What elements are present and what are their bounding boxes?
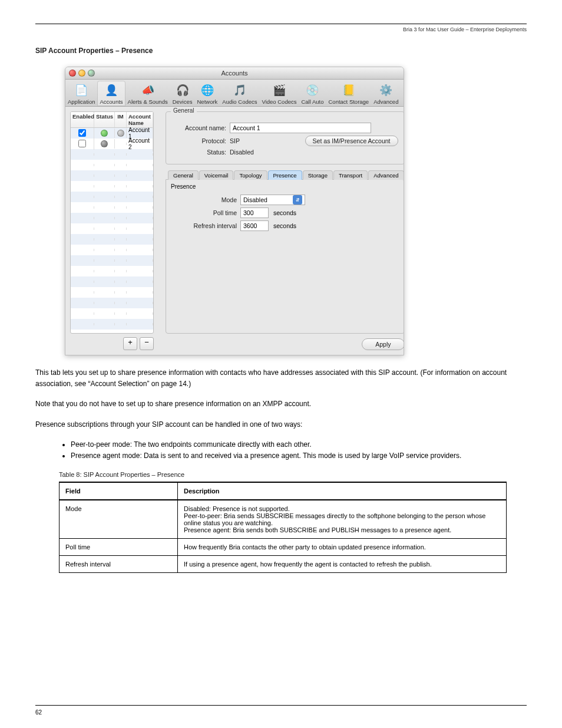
account-name-label: Account name: bbox=[172, 124, 230, 131]
table-row[interactable]: Account 2 bbox=[71, 139, 153, 149]
table-row[interactable] bbox=[71, 255, 153, 266]
chevron-updown-icon: ⇵ bbox=[293, 195, 302, 205]
tab-storage[interactable]: Storage bbox=[303, 170, 333, 180]
toolbar-label: Video Codecs bbox=[262, 98, 296, 105]
devices-icon: 🎧 bbox=[174, 82, 191, 98]
table-cell: Disabled: Presence is not supported. Pee… bbox=[178, 500, 507, 539]
mode-value: Disabled bbox=[243, 196, 267, 203]
advanced-icon: ⚙️ bbox=[378, 82, 394, 98]
table-cell: Poll time bbox=[59, 538, 178, 555]
table-header-field: Field bbox=[59, 482, 178, 500]
poll-time-input[interactable] bbox=[240, 207, 269, 218]
toolbar-alerts-sounds[interactable]: 📣Alerts & Sounds bbox=[125, 81, 170, 106]
tab-general[interactable]: General bbox=[168, 170, 199, 180]
toolbar-label: Call Auto bbox=[301, 98, 323, 105]
tab-topology[interactable]: Topology bbox=[234, 170, 267, 180]
remove-account-button[interactable]: − bbox=[140, 337, 154, 350]
table-row[interactable] bbox=[71, 192, 153, 202]
properties-table: Field Description Mode Disabled: Presenc… bbox=[59, 482, 507, 573]
mode-select[interactable]: Disabled ⇵ bbox=[240, 195, 305, 205]
tab-voicemail[interactable]: Voicemail bbox=[199, 170, 234, 180]
table-cell: Mode bbox=[59, 500, 178, 539]
table-row[interactable] bbox=[71, 181, 153, 192]
poll-time-unit: seconds bbox=[273, 209, 296, 216]
table-cell: Refresh interval bbox=[59, 555, 178, 572]
accounts-table[interactable]: Enabled Status IM Account Name Account 1… bbox=[70, 111, 154, 334]
toolbar-accounts[interactable]: 👤Accounts bbox=[97, 81, 125, 106]
toolbar-label: Advanced bbox=[373, 98, 398, 105]
toolbar-advanced[interactable]: ⚙️Advanced bbox=[371, 81, 401, 106]
table-row[interactable] bbox=[71, 266, 153, 276]
table-row[interactable] bbox=[71, 330, 153, 334]
toolbar-label: Network bbox=[197, 98, 217, 105]
toolbar-application[interactable]: 📄Application bbox=[65, 81, 97, 106]
status-value: Disabled bbox=[230, 149, 254, 156]
table-row[interactable] bbox=[71, 223, 153, 234]
toolbar-contact-storage[interactable]: 📒Contact Storage bbox=[326, 81, 372, 106]
application-icon: 📄 bbox=[73, 82, 90, 98]
table-header-description: Description bbox=[178, 482, 507, 500]
table-row[interactable] bbox=[71, 308, 153, 319]
account-subtabs: GeneralVoicemailTopologyPresenceStorageT… bbox=[166, 170, 404, 180]
toolbar-video-codecs[interactable]: 🎬Video Codecs bbox=[259, 81, 299, 106]
poll-time-label: Poll time bbox=[172, 209, 240, 216]
table-row[interactable] bbox=[71, 170, 153, 181]
col-enabled[interactable]: Enabled bbox=[71, 112, 94, 127]
table-row[interactable] bbox=[71, 213, 153, 223]
toolbar-call-auto[interactable]: 💿Call Auto bbox=[299, 81, 326, 106]
col-im[interactable]: IM bbox=[115, 112, 127, 127]
call-auto-icon: 💿 bbox=[304, 82, 320, 98]
toolbar-label: Devices bbox=[173, 98, 193, 105]
table-row[interactable] bbox=[71, 234, 153, 245]
window-titlebar: Accounts bbox=[65, 67, 404, 80]
refresh-interval-label: Refresh interval bbox=[172, 222, 240, 229]
table-row[interactable] bbox=[71, 276, 153, 287]
account-name-cell: Account 2 bbox=[127, 136, 153, 151]
im-icon bbox=[117, 130, 124, 137]
presence-panel: Presence Mode Disabled ⇵ Poll time secon… bbox=[166, 179, 404, 334]
accounts-icon: 👤 bbox=[103, 82, 120, 98]
table-row[interactable] bbox=[71, 319, 153, 330]
tab-presence[interactable]: Presence bbox=[268, 170, 302, 180]
table-cell: If using a presence agent, how frequentl… bbox=[178, 555, 507, 572]
status-icon bbox=[101, 140, 108, 147]
preferences-toolbar: 📄Application👤Accounts📣Alerts & Sounds🎧De… bbox=[65, 80, 404, 107]
toolbar-devices[interactable]: 🎧Devices bbox=[170, 81, 195, 106]
account-name-input[interactable] bbox=[230, 123, 371, 133]
list-item: Peer-to-peer mode: The two endpoints com… bbox=[71, 439, 527, 450]
refresh-interval-input[interactable] bbox=[240, 220, 269, 231]
refresh-interval-unit: seconds bbox=[273, 222, 296, 229]
apply-button[interactable]: Apply bbox=[362, 338, 404, 350]
mode-label: Mode bbox=[172, 196, 240, 203]
tab-advanced[interactable]: Advanced bbox=[368, 170, 404, 180]
body-paragraph-1: This tab lets you set up to share presen… bbox=[35, 367, 527, 389]
col-status[interactable]: Status bbox=[94, 112, 115, 127]
general-group: General Account name: Protocol: SIP Set … bbox=[166, 111, 404, 164]
toolbar-audio-codecs[interactable]: 🎵Audio Codecs bbox=[220, 81, 259, 106]
protocol-label: Protocol: bbox=[172, 137, 230, 144]
tab-transport[interactable]: Transport bbox=[333, 170, 368, 180]
toolbar-label: Application bbox=[68, 98, 95, 105]
table-row[interactable] bbox=[71, 245, 153, 255]
enabled-checkbox[interactable] bbox=[78, 140, 86, 147]
table-row[interactable] bbox=[71, 202, 153, 213]
close-icon[interactable] bbox=[69, 70, 76, 77]
table-row[interactable] bbox=[71, 298, 153, 308]
accounts-window: Accounts 📄Application👤Accounts📣Alerts & … bbox=[65, 67, 404, 355]
minimize-icon[interactable] bbox=[78, 70, 85, 77]
toolbar-label: Audio Codecs bbox=[222, 98, 257, 105]
presence-group-title: Presence bbox=[171, 183, 398, 190]
window-title: Accounts bbox=[221, 70, 247, 77]
status-icon bbox=[101, 130, 108, 137]
table-row[interactable] bbox=[71, 160, 153, 170]
section-heading: SIP Account Properties – Presence bbox=[35, 47, 527, 55]
toolbar-network[interactable]: 🌐Network bbox=[194, 81, 220, 106]
zoom-icon[interactable] bbox=[88, 70, 95, 77]
add-account-button[interactable]: + bbox=[123, 337, 137, 350]
video-codecs-icon: 🎬 bbox=[271, 82, 287, 98]
table-row[interactable] bbox=[71, 287, 153, 298]
set-im-presence-button[interactable]: Set as IM/Presence Account bbox=[305, 136, 398, 146]
list-item: Presence agent mode: Data is sent to and… bbox=[71, 450, 527, 462]
alerts-sounds-icon: 📣 bbox=[140, 82, 156, 98]
enabled-checkbox[interactable] bbox=[78, 129, 86, 137]
